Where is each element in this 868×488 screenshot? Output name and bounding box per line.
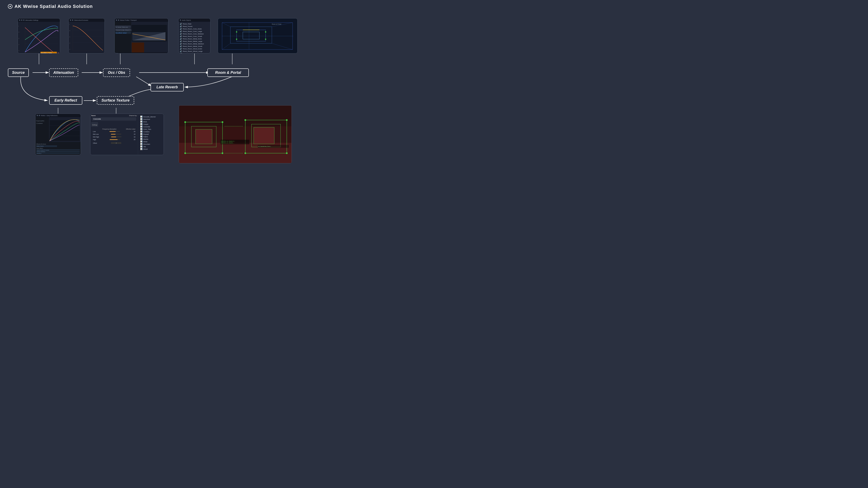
list-item: 📊Marble xyxy=(140,138,161,140)
svg-rect-99 xyxy=(195,129,212,144)
early-reflect-node: Early Reflect xyxy=(49,96,82,105)
svg-point-103 xyxy=(184,121,186,123)
surface-row-offset: Offset 0 xyxy=(91,142,137,144)
surface-current-name: Concrete xyxy=(92,117,136,121)
settings-label: Settings xyxy=(92,124,97,126)
svg-text:Listener1 (Default 3D Listener: Listener1 (Default 3D Listener) xyxy=(36,150,49,151)
list-item: 🔊Revb_Room_Metal_Large xyxy=(180,40,209,42)
svg-rect-53 xyxy=(218,19,298,54)
svg-point-67 xyxy=(265,38,266,40)
material-list: 📊Acoustic_Banner 📊Anechoic 📊Brick 📊Carpe… xyxy=(139,115,163,151)
list-item: 🔊Revb_Room_Conc_Small xyxy=(180,35,209,37)
svg-text:SoundBank: default: SoundBank: default xyxy=(116,32,127,34)
spatial-bottom-chart: AkReflect_wr_Spatial_A... AkReflect_wr_S… xyxy=(179,105,292,163)
svg-text:Game Objects:: Game Objects: xyxy=(36,148,43,149)
svg-text:.6: .6 xyxy=(18,38,20,39)
svg-text:Listener2 (AkReflect): Listener2 (AkReflect) xyxy=(36,151,45,152)
svg-rect-51 xyxy=(115,53,168,54)
svg-text:Diffraction By Source: Diffraction By Source xyxy=(36,143,46,145)
svg-rect-50 xyxy=(145,42,166,53)
list-item: 🔊Revb_Room_Metal_Medium xyxy=(180,42,209,45)
svg-point-109 xyxy=(245,152,246,154)
svg-rect-14 xyxy=(18,24,60,54)
list-item: 🔊Revb_Field xyxy=(180,23,209,25)
list-item: 📊Wood xyxy=(140,148,161,150)
svg-marker-93 xyxy=(179,105,292,126)
app-title-area: AK Wwise Spatial Audio Solution xyxy=(8,4,93,9)
svg-text:Frequency(kHz): Frequency(kHz) xyxy=(36,120,44,122)
surface-row-low: Low 20 xyxy=(91,130,137,133)
svg-text:Channel Config: Default 2.0 (L: Channel Config: Default 2.0 (L,R) xyxy=(116,29,134,31)
svg-text:Ready: Ready xyxy=(116,53,118,54)
attenuation-node: Attenuation xyxy=(49,68,78,77)
surface-row-high: High 25 xyxy=(91,138,137,141)
occobs-thumbnail: Obstruction/Occlusion 1 .8 .6 .4 .2 xyxy=(68,18,105,54)
surface-shared-label: Shared by: xyxy=(129,115,137,117)
list-item: 📊Brick xyxy=(140,121,161,123)
svg-text:.4: .4 xyxy=(69,42,70,44)
svg-point-104 xyxy=(222,121,223,123)
svg-text:Room & Portal: Room & Portal xyxy=(272,24,281,25)
svg-text:Ac Sender Tables.wav: Ac Sender Tables.wav xyxy=(116,27,128,28)
svg-point-66 xyxy=(236,38,237,40)
list-item: 🔊Revb_Forest xyxy=(180,25,209,28)
svg-point-107 xyxy=(245,119,246,121)
reverb-items-list: 🔊Revb_Field 🔊Revb_Forest 🔊Revb_Room_Conc… xyxy=(179,22,210,54)
attenuation-thumbnail: Attenuation Settings 1 .8 .6 .4 .2 Send/… xyxy=(18,18,60,54)
mixer-thumbnail: Wwise Profiler / Transport Ac Sender Tab… xyxy=(115,18,168,54)
list-item: 📊Acoustic_Banner xyxy=(140,116,161,118)
svg-point-110 xyxy=(286,152,288,154)
surface-name-label: Name xyxy=(91,115,96,117)
occobs-chart: 1 .8 .6 .4 .2 xyxy=(69,22,105,54)
surface-row-header: Frequency Absorption Effective value xyxy=(91,128,137,130)
early-reflect-thumbnail: Reflect - Early Reflections Frequency(kH… xyxy=(35,113,81,155)
svg-text:.6: .6 xyxy=(69,36,70,37)
spatial-bottom-thumbnail: AkReflect_wr_Spatial_A... AkReflect_wr_S… xyxy=(179,105,292,163)
list-item: 📊Tile xyxy=(140,145,161,148)
svg-rect-100 xyxy=(254,127,274,144)
svg-text:.8: .8 xyxy=(18,32,20,33)
list-item: 🔊Revb_Room_Metal_Small xyxy=(180,45,209,47)
list-item: 📊Metal xyxy=(140,140,161,143)
list-item: 🔊Revb_Room_Wood_Medium xyxy=(180,53,209,54)
svg-point-106 xyxy=(222,152,223,154)
mixer-chart: Ac Sender Tables.wav Channel Config: Def… xyxy=(115,22,168,54)
list-item: 🔊Revb_Room_Conc_Extre xyxy=(180,28,209,30)
svg-text:AK_SpatialAudio_Room...: AK_SpatialAudio_Room... xyxy=(258,146,272,147)
list-item: 📊Anechoic xyxy=(140,118,161,121)
svg-point-108 xyxy=(286,119,288,121)
list-item: 📊Curtains xyxy=(140,130,161,133)
reverb-list-thumbnail: Audio Objects 🔊Revb_Field 🔊Revb_Forest 🔊… xyxy=(178,18,211,54)
list-item: 🔊Revb_Room_Wood_Extre xyxy=(180,47,209,50)
surface-texture-node: Surface Texture xyxy=(97,96,134,105)
list-item: 🔊Revb_Room_Wood_Large xyxy=(180,50,209,53)
app-title: AK Wwise Spatial Audio Solution xyxy=(14,4,93,9)
source-node: Source xyxy=(8,68,29,77)
late-reverb-node: Late Reverb xyxy=(151,83,184,91)
svg-line-4 xyxy=(136,77,151,86)
svg-text:AkReflect_wr_Spatial_A...: AkReflect_wr_Spatial_A... xyxy=(221,140,235,142)
room-portal-node: Room & Portal xyxy=(207,68,249,77)
svg-text:.2: .2 xyxy=(18,50,19,51)
svg-point-105 xyxy=(184,152,186,154)
surface-row-midhigh: Mid High 16 xyxy=(91,136,137,138)
attenuation-chart: 1 .8 .6 .4 .2 Send/Recv Delay xyxy=(18,22,60,54)
list-item: 📊Fabric xyxy=(140,135,161,138)
svg-text:AkReflect_wr_Spatial_...: AkReflect_wr_Spatial_... xyxy=(221,142,235,143)
surface-texture-thumbnail: Name Shared by: Concrete Settings Freque… xyxy=(90,113,164,155)
svg-text:Reflect_Source: Reflect_Source xyxy=(36,145,43,147)
svg-point-65 xyxy=(265,31,266,33)
list-item: 🔊Revb_Room_Conc_Medium xyxy=(180,33,209,35)
list-item: 🔊Revb_Room_Conc_Large xyxy=(180,30,209,33)
svg-text:GameObj_1: GameObj_1 xyxy=(36,153,42,154)
occ-obs-node: Occ / Obs xyxy=(103,68,130,77)
list-item: 📊Mountain xyxy=(140,143,161,145)
list-item: 🔊Revb_Room_Metal_Extre xyxy=(180,37,209,40)
list-item: 📊Drywall xyxy=(140,133,161,135)
list-item: 📊Carpet xyxy=(140,123,161,125)
spatial-top-thumbnail: Room & Portal xyxy=(218,18,298,54)
svg-text:.8: .8 xyxy=(69,30,70,31)
svg-text:Send/Recv Delay: Send/Recv Delay xyxy=(41,52,52,54)
radio-icon xyxy=(8,4,12,9)
wireframe-chart: Room & Portal xyxy=(218,19,298,54)
